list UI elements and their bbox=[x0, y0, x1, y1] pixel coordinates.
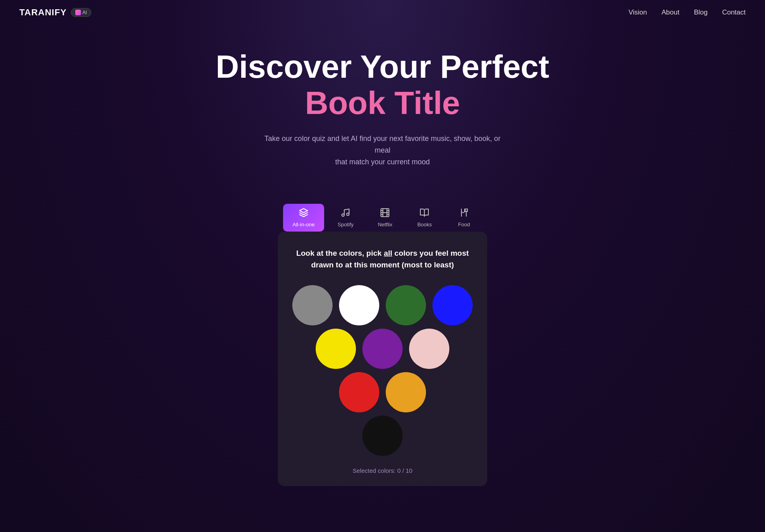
nav-vision[interactable]: Vision bbox=[629, 8, 647, 17]
book-icon bbox=[420, 208, 429, 219]
quiz-instruction-underline: all bbox=[384, 249, 392, 257]
tab-books[interactable]: Books bbox=[406, 204, 442, 232]
tab-books-label: Books bbox=[417, 221, 432, 228]
svg-point-1 bbox=[342, 214, 344, 216]
tabs-container: All-in-one Spotify bbox=[283, 204, 482, 232]
selected-separator: / bbox=[402, 467, 405, 474]
color-white[interactable] bbox=[339, 285, 379, 325]
utensils-icon bbox=[459, 208, 469, 219]
color-row-2 bbox=[316, 329, 449, 369]
tab-spotify-label: Spotify bbox=[338, 221, 354, 228]
hero-subtitle-line1: Take our color quiz and let AI find your… bbox=[265, 135, 500, 154]
hero-title-line1: Discover Your Perfect bbox=[216, 49, 550, 85]
color-blue[interactable] bbox=[432, 285, 473, 325]
color-grid bbox=[294, 285, 471, 456]
color-row-4 bbox=[362, 416, 403, 456]
hero-subtitle: Take our color quiz and let AI find your… bbox=[258, 133, 507, 168]
color-pink[interactable] bbox=[409, 329, 449, 369]
layers-icon bbox=[299, 208, 308, 219]
tab-spotify[interactable]: Spotify bbox=[327, 204, 364, 232]
color-black[interactable] bbox=[362, 416, 403, 456]
color-gray[interactable] bbox=[292, 285, 333, 325]
svg-marker-0 bbox=[300, 209, 308, 213]
quiz-instruction-line2: drawn to at this moment (most to least) bbox=[311, 261, 454, 269]
hero-subtitle-line2: that match your current mood bbox=[335, 158, 430, 166]
nav-about[interactable]: About bbox=[662, 8, 679, 17]
color-purple[interactable] bbox=[362, 329, 403, 369]
hero-title-line2: Book Title bbox=[216, 85, 550, 122]
selected-max: 10 bbox=[406, 467, 413, 474]
tab-food-label: Food bbox=[458, 221, 470, 228]
quiz-instruction-part1: Look at the colors, pick bbox=[296, 249, 384, 257]
selected-label: Selected colors: bbox=[353, 467, 396, 474]
color-red[interactable] bbox=[339, 372, 379, 412]
tab-all-in-one[interactable]: All-in-one bbox=[283, 204, 325, 232]
color-row-3 bbox=[339, 372, 426, 412]
main-nav: Vision About Blog Contact bbox=[629, 8, 746, 17]
nav-contact[interactable]: Contact bbox=[722, 8, 746, 17]
tab-food[interactable]: Food bbox=[446, 204, 482, 232]
music-icon bbox=[341, 208, 350, 219]
ai-badge-icon bbox=[75, 10, 81, 15]
logo-text: TARANIFY bbox=[19, 7, 67, 18]
ai-badge-label: AI bbox=[83, 10, 87, 15]
color-green[interactable] bbox=[386, 285, 426, 325]
selected-current: 0 bbox=[397, 467, 401, 474]
svg-point-2 bbox=[347, 213, 349, 215]
tab-netflix-label: Netflix bbox=[378, 221, 392, 228]
color-yellow[interactable] bbox=[316, 329, 356, 369]
quiz-instruction-part2: colors you feel most bbox=[392, 249, 469, 257]
header: TARANIFY AI Vision About Blog Contact bbox=[0, 0, 765, 25]
quiz-panel: Look at the colors, pick all colors you … bbox=[278, 232, 487, 486]
ai-badge: AI bbox=[71, 8, 91, 17]
hero-section: Discover Your Perfect Book Title Take ou… bbox=[208, 25, 558, 184]
quiz-instruction: Look at the colors, pick all colors you … bbox=[294, 248, 471, 271]
tab-netflix[interactable]: Netflix bbox=[367, 204, 403, 232]
tab-all-in-one-label: All-in-one bbox=[293, 221, 315, 228]
logo-area: TARANIFY AI bbox=[19, 7, 91, 18]
film-icon bbox=[380, 208, 390, 219]
color-row-1 bbox=[292, 285, 473, 325]
color-orange[interactable] bbox=[386, 372, 426, 412]
selected-count-area: Selected colors: 0 / 10 bbox=[294, 467, 471, 474]
nav-blog[interactable]: Blog bbox=[694, 8, 707, 17]
main-content: Discover Your Perfect Book Title Take ou… bbox=[0, 25, 765, 486]
